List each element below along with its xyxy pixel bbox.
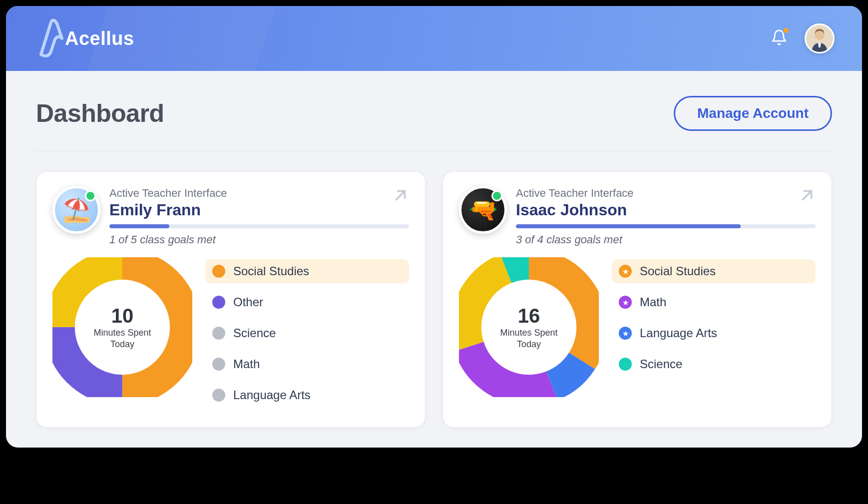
student-card: 🔫 Active Teacher Interface Isaac Johnson… — [442, 171, 832, 428]
card-head-info: Active Teacher Interface Isaac Johnson 3… — [516, 186, 816, 246]
profile-avatar[interactable] — [805, 23, 835, 53]
legend-label: Other — [233, 295, 263, 309]
legend-dot-icon — [212, 327, 225, 340]
online-indicator-icon — [491, 190, 502, 201]
legend-label: Social Studies — [640, 264, 716, 278]
arrow-up-right-icon — [799, 187, 816, 204]
goals-text: 3 of 4 class goals met — [516, 233, 816, 246]
app-header: Acellus — [6, 6, 862, 71]
avatar-icon — [806, 25, 833, 52]
minutes-donut-chart: 10 Minutes SpentToday — [52, 257, 192, 397]
legend-dot-icon: ★ — [619, 265, 632, 278]
legend-item[interactable]: Social Studies — [205, 259, 409, 283]
app-window: Acellus Dashboard Mana — [6, 6, 862, 448]
minutes-label: Minutes SpentToday — [93, 327, 151, 350]
minutes-donut-chart: 16 Minutes SpentToday — [459, 257, 599, 397]
manage-account-button[interactable]: Manage Account — [674, 96, 832, 131]
student-avatar[interactable]: 🔫 — [459, 186, 507, 234]
expand-card-button[interactable] — [392, 187, 409, 206]
legend-item[interactable]: Language Arts — [205, 383, 409, 407]
legend-dot-icon — [619, 358, 632, 371]
donut-center: 10 Minutes SpentToday — [52, 257, 192, 397]
legend-item[interactable]: ★ Math — [612, 290, 816, 314]
notifications-button[interactable] — [771, 29, 788, 48]
card-body: 10 Minutes SpentToday Social Studies Oth… — [52, 257, 409, 407]
minutes-value: 10 — [111, 305, 134, 327]
avatar-image-icon: ⛱️ — [62, 198, 91, 221]
interface-label: Active Teacher Interface — [516, 187, 816, 200]
page-content: Dashboard Manage Account ⛱️ Active Teach… — [6, 71, 862, 448]
brand-logo[interactable]: Acellus — [36, 18, 134, 58]
goals-progress-bar — [516, 224, 816, 228]
card-header: ⛱️ Active Teacher Interface Emily Frann … — [52, 186, 409, 246]
legend-label: Science — [233, 326, 276, 340]
svg-line-6 — [803, 191, 812, 200]
legend-label: Social Studies — [233, 264, 309, 278]
chart-legend: Social Studies Other Science Math Langua… — [205, 259, 409, 407]
legend-dot-icon — [212, 265, 225, 278]
online-indicator-icon — [85, 190, 96, 201]
legend-label: Math — [233, 357, 260, 371]
legend-dot-icon: ★ — [619, 296, 632, 309]
minutes-value: 16 — [518, 305, 540, 327]
legend-dot-icon: ★ — [619, 327, 632, 340]
legend-label: Science — [640, 357, 682, 371]
student-avatar[interactable]: ⛱️ — [52, 186, 100, 234]
legend-item[interactable]: Science — [612, 352, 816, 376]
student-card: ⛱️ Active Teacher Interface Emily Frann … — [36, 171, 426, 428]
chart-legend: ★ Social Studies ★ Math ★ Language Arts … — [612, 259, 816, 376]
logo-mark-icon — [36, 18, 64, 58]
header-actions — [771, 23, 835, 53]
student-name-link[interactable]: Emily Frann — [109, 201, 409, 219]
notification-dot-icon — [783, 27, 790, 34]
arrow-up-right-icon — [392, 187, 409, 204]
legend-label: Language Arts — [640, 326, 717, 340]
legend-label: Math — [640, 295, 666, 309]
avatar-image-icon: 🔫 — [469, 198, 497, 221]
goals-text: 1 of 5 class goals met — [109, 233, 409, 246]
page-title: Dashboard — [36, 99, 164, 128]
page-header-row: Dashboard Manage Account — [36, 96, 832, 151]
card-header: 🔫 Active Teacher Interface Isaac Johnson… — [459, 186, 816, 246]
goals-progress-bar — [109, 224, 409, 228]
legend-item[interactable]: Science — [205, 321, 409, 345]
svg-line-2 — [397, 191, 405, 200]
goals-progress-fill — [109, 224, 169, 228]
student-name-link[interactable]: Isaac Johnson — [516, 201, 816, 219]
legend-item[interactable]: Math — [205, 352, 409, 376]
goals-progress-fill — [516, 224, 741, 228]
legend-item[interactable]: ★ Social Studies — [612, 259, 816, 283]
card-head-info: Active Teacher Interface Emily Frann 1 o… — [109, 186, 409, 246]
legend-dot-icon — [212, 389, 225, 402]
donut-center: 16 Minutes SpentToday — [459, 257, 599, 397]
card-body: 16 Minutes SpentToday ★ Social Studies ★… — [459, 257, 816, 397]
legend-dot-icon — [212, 358, 225, 371]
legend-item[interactable]: ★ Language Arts — [612, 321, 816, 345]
legend-label: Language Arts — [233, 388, 311, 402]
expand-card-button[interactable] — [799, 187, 816, 206]
legend-item[interactable]: Other — [205, 290, 409, 314]
brand-name: Acellus — [65, 28, 134, 49]
student-cards-grid: ⛱️ Active Teacher Interface Emily Frann … — [36, 171, 832, 428]
legend-dot-icon — [212, 296, 225, 309]
minutes-label: Minutes SpentToday — [500, 327, 557, 350]
interface-label: Active Teacher Interface — [109, 187, 409, 200]
